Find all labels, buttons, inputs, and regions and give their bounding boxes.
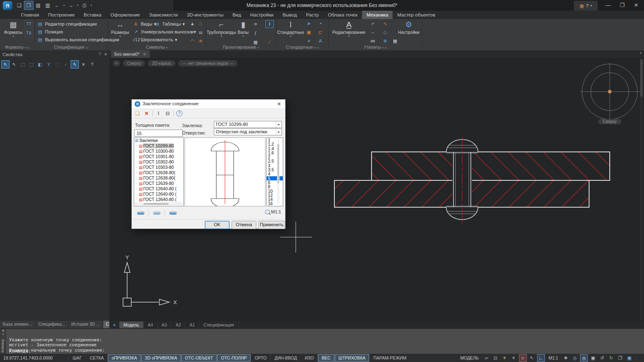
no-entry-icon[interactable]: ⊘ [519, 354, 527, 362]
diameter-list[interactable]: 11.21.41.622.533.5456810121416 [266, 137, 283, 206]
spec-item-button[interactable]: ▤Выровнять выноски спецификации [37, 36, 119, 43]
profile-icon[interactable]: ⊏ [317, 29, 324, 36]
waviness-icon[interactable]: ш [197, 29, 204, 36]
status-toggle[interactable]: СЕТКА [85, 354, 107, 362]
rivet-joint-icon[interactable]: Ι [266, 21, 273, 28]
ribbon-tab[interactable]: Настройки [246, 11, 278, 19]
shafts-button[interactable]: ▮ Валы▾ [236, 20, 250, 38]
pin-icon[interactable]: ⊤ [97, 52, 103, 57]
rivet-combo-arrow-icon[interactable]: ▸ [276, 121, 282, 128]
redo-caret[interactable]: ▾ [76, 1, 79, 9]
status-toggle[interactable]: ОРТО [251, 354, 270, 362]
rivet-countersunk-button[interactable] [151, 209, 163, 217]
ucs-toggle-icon[interactable]: ∟ [537, 354, 545, 362]
text-style-icon[interactable]: A [317, 38, 324, 45]
ribbon-tab[interactable]: Мастер объектов [393, 11, 440, 19]
save-button[interactable]: ▤ [34, 1, 43, 9]
pan-icon[interactable]: ❖ [562, 354, 570, 362]
layout-tab[interactable]: А3 [158, 322, 172, 328]
weld-icon[interactable]: ◠ [189, 38, 196, 45]
viewport-plus-pill[interactable]: + [113, 60, 120, 66]
lamp-add-icon[interactable]: ☀ [501, 354, 509, 362]
status-toggle[interactable]: ИЗО [301, 354, 317, 362]
cursor-mode-icon[interactable]: ↖ [71, 61, 78, 68]
keyboard-icon[interactable]: ⌗ [305, 38, 313, 45]
hole-combo-arrow-icon[interactable]: ▸ [276, 129, 282, 135]
dock-tab[interactable]: История 3D ... [69, 321, 103, 328]
view-pill[interactable]: Сверху [123, 60, 145, 66]
tree-item[interactable]: ┈ ▤ ГОСТ 12639-80 [134, 181, 183, 186]
spec-item-button[interactable]: ▤Позиция [37, 28, 119, 35]
editing-button[interactable]: A̲ Редактирование▾ [331, 20, 367, 38]
ribbon-tab[interactable]: Построение [44, 11, 79, 19]
undo-caret[interactable]: ▾ [62, 1, 66, 9]
zoom-window-icon[interactable]: ▣ [589, 354, 597, 362]
model-space-label[interactable]: МОДЕЛЬ [460, 355, 479, 360]
text-tt-button[interactable]: TT [25, 21, 33, 28]
tree-item[interactable]: ┈ ▤ ГОСТ 10299-80 [134, 143, 183, 149]
formula-icon[interactable]: ƒ [252, 30, 259, 37]
tables-button[interactable]: ⊞Таблицы▾ [154, 20, 185, 28]
select-icon[interactable]: ↖ [10, 61, 18, 68]
status-toggle[interactable]: ПАРАМ-РЕЖИМ [369, 354, 410, 362]
status-toggle[interactable]: ВЕС [317, 354, 334, 362]
panel-design-footer[interactable]: Проектирование ▾ [206, 44, 276, 50]
tree-item[interactable]: ┈ ▤ ГОСТ 10301-80 [134, 154, 183, 159]
layout-tab[interactable]: А1 [185, 322, 199, 328]
status-toggle[interactable]: ОТС-ПОЛЯР [217, 354, 251, 362]
layout-tab[interactable]: А4 [144, 322, 158, 328]
ribbon-tab[interactable]: Вставка [79, 11, 106, 19]
ribbon-tab[interactable]: Облака точек [323, 11, 362, 19]
rivet-combo[interactable]: ГОСТ 10299-80 ▸ [214, 121, 282, 128]
fastener-set-icon[interactable]: ▣ [305, 29, 313, 36]
deselect-icon[interactable]: ✕ [80, 61, 87, 68]
resize-grip[interactable]: ⋰ [635, 356, 638, 360]
minimize-button[interactable]: — [601, 0, 615, 11]
scale-circle-icon[interactable]: ⊕ [381, 38, 389, 45]
universal-leader-button[interactable]: ↗Универсальная выноска▾ [133, 28, 196, 35]
hole-combo[interactable]: Отверстия под заклепки ▸ [214, 128, 282, 135]
tree-item[interactable]: ┈ ▤ ГОСТ 12640-80 ( [134, 197, 183, 202]
rivet-one-head-button[interactable] [167, 209, 179, 217]
pipelines-button[interactable]: ⌐ Трубопроводы▾ [207, 20, 235, 38]
tree-item[interactable]: ┈ ▤ ГОСТ 10303-80 [134, 165, 183, 170]
settings-button[interactable]: ⚙ Настройки [397, 20, 420, 35]
delete-icon[interactable]: ✕ [143, 111, 150, 116]
dock-tab[interactable]: База элемен... [0, 321, 36, 328]
annotation-scale[interactable]: М1:1 [549, 355, 558, 360]
save-as-button[interactable]: ▥ [43, 1, 52, 9]
status-toggle[interactable]: оПРИВЯЗКА [107, 354, 141, 362]
formats-button[interactable]: ▦ Форматы▾ [2, 20, 24, 38]
undo-button[interactable]: ← [53, 1, 62, 9]
layout-tab[interactable]: Модель [119, 322, 144, 328]
status-toggle[interactable]: ШАГ [69, 354, 85, 362]
spline-edit-icon[interactable]: ∿ [381, 20, 389, 27]
command-line-panel[interactable]: ✕ ⊤ Команд Укажите конечную точку соедин… [0, 328, 644, 354]
tree-item[interactable]: ┈ ▤ ГОСТ 10300-80 [134, 149, 183, 154]
diameter-item[interactable]: 16 [267, 201, 283, 206]
document-tab-close-icon[interactable]: ✕ [143, 51, 147, 58]
lamp-icon[interactable]: ☀ [510, 354, 518, 362]
dock-help-icon[interactable]: ? [88, 61, 96, 68]
thickness-input[interactable] [134, 130, 183, 137]
qat-options-caret[interactable]: ▾ [90, 1, 93, 9]
close-button[interactable]: ✕ [629, 0, 643, 11]
crossing-select-icon[interactable]: ⬚ [28, 61, 35, 68]
insert-rivet-icon[interactable]: Ι [155, 111, 162, 116]
spec-item-button[interactable]: ▤Редактор спецификации [37, 20, 119, 28]
ribbon-tab[interactable]: Зависимости [144, 11, 182, 19]
paper-space-icon[interactable]: ▱ [483, 354, 490, 362]
section-icon[interactable]: ⎍ [197, 20, 204, 27]
fullscreen-icon[interactable]: ▣ [625, 354, 633, 362]
tree-item[interactable]: ┈ ▤ ГОСТ 12640-80 ( [134, 186, 183, 192]
restore-button[interactable]: ❐ [615, 0, 629, 11]
command-prompt[interactable]: Команда: [9, 348, 31, 354]
add-selection-icon[interactable]: ↖ [2, 61, 9, 68]
window-select-icon[interactable]: ⬚ [19, 61, 26, 68]
status-toggle[interactable]: ОТС-ОБЪЕКТ [181, 354, 217, 362]
invert-selection-icon[interactable]: ◧ [36, 61, 44, 68]
trim-icon[interactable]: ⋈ [369, 38, 376, 45]
insert-element-icon[interactable]: ➤ [305, 20, 313, 27]
tree-item[interactable]: ┈ ▤ ГОСТ 12640-80 ( [134, 192, 183, 197]
layout-menu-icon[interactable]: ≡ [109, 322, 119, 327]
